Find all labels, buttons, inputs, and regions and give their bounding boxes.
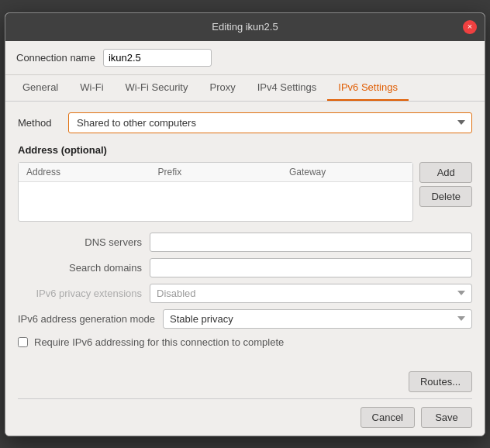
connection-name-row: Connection name — [5, 41, 485, 75]
tab-wifi-security[interactable]: Wi-Fi Security — [115, 75, 199, 101]
tab-proxy[interactable]: Proxy — [198, 75, 246, 101]
require-ipv6-label: Require IPv6 addressing for this connect… — [34, 336, 284, 348]
ipv6-address-mode-label: IPv6 address generation mode — [18, 313, 155, 325]
dialog: Editing ikun2.5 × Connection name Genera… — [5, 12, 485, 436]
method-row: Method Shared to other computers — [18, 112, 472, 133]
dns-servers-input[interactable] — [150, 233, 472, 252]
method-label: Method — [18, 117, 60, 129]
require-ipv6-row: Require IPv6 addressing for this connect… — [18, 336, 472, 348]
address-table-body — [19, 182, 412, 221]
address-table-container: Address Prefix Gateway — [18, 162, 413, 222]
address-table: Address Prefix Gateway — [18, 162, 413, 222]
ipv6-privacy-row: IPv6 privacy extensions Disabled — [18, 284, 472, 303]
address-table-header: Address Prefix Gateway — [19, 163, 412, 182]
tab-bar: General Wi-Fi Wi-Fi Security Proxy IPv4 … — [5, 75, 485, 102]
method-select[interactable]: Shared to other computers — [68, 112, 472, 133]
connection-name-input[interactable] — [103, 49, 212, 67]
tab-content: Method Shared to other computers Address… — [5, 102, 485, 367]
address-action-buttons: Add Delete — [419, 162, 472, 207]
cancel-button[interactable]: Cancel — [361, 407, 415, 428]
address-col-header: Address — [19, 163, 150, 181]
dialog-title: Editing ikun2.5 — [212, 21, 278, 33]
tab-ipv6[interactable]: IPv6 Settings — [327, 75, 409, 101]
action-buttons: Cancel Save — [18, 398, 472, 428]
gateway-col-header: Gateway — [281, 163, 412, 181]
ipv6-privacy-select[interactable]: Disabled — [150, 284, 472, 303]
search-domains-row: Search domains — [18, 258, 472, 277]
address-section: Address (optional) Address Prefix Gatewa… — [18, 144, 472, 222]
tab-general[interactable]: General — [12, 75, 69, 101]
tab-wifi[interactable]: Wi-Fi — [69, 75, 114, 101]
routes-row: Routes... — [18, 371, 472, 392]
close-button[interactable]: × — [463, 20, 477, 34]
titlebar: Editing ikun2.5 × — [5, 13, 485, 41]
ipv6-privacy-label: IPv6 privacy extensions — [18, 288, 142, 299]
dns-servers-row: DNS servers — [18, 233, 472, 252]
prefix-col-header: Prefix — [150, 163, 281, 181]
bottom-area: Routes... Cancel Save — [5, 367, 485, 436]
address-section-title: Address (optional) — [18, 144, 472, 156]
tab-ipv4[interactable]: IPv4 Settings — [247, 75, 328, 101]
search-domains-label: Search domains — [18, 262, 142, 274]
ipv6-address-mode-row: IPv6 address generation mode Stable priv… — [18, 309, 472, 329]
routes-button[interactable]: Routes... — [409, 371, 472, 392]
search-domains-input[interactable] — [150, 258, 472, 277]
delete-address-button[interactable]: Delete — [419, 186, 472, 207]
require-ipv6-checkbox[interactable] — [18, 337, 28, 347]
dns-servers-label: DNS servers — [18, 236, 142, 248]
add-address-button[interactable]: Add — [419, 162, 472, 183]
save-button[interactable]: Save — [421, 407, 472, 428]
address-table-wrap: Address Prefix Gateway Add Delete — [18, 162, 472, 222]
ipv6-address-mode-select[interactable]: Stable privacy — [163, 309, 472, 329]
connection-name-label: Connection name — [16, 52, 95, 64]
